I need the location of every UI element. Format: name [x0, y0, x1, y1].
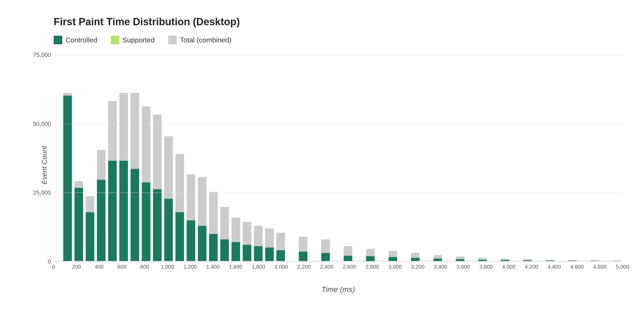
x-tick-label: 400 — [95, 264, 104, 270]
x-tick-label: 4,800 — [593, 264, 606, 270]
svg-rect-8 — [86, 212, 94, 261]
x-tick-label: 4,600 — [570, 264, 584, 270]
legend: Controlled Supported Total (combined) — [54, 36, 623, 44]
x-tick-label: 1,000 — [161, 264, 174, 270]
x-tick-label: 200 — [72, 264, 81, 270]
x-tick-label: 2,200 — [297, 264, 311, 270]
x-tick-label: 4,200 — [525, 264, 538, 270]
svg-rect-59 — [276, 250, 285, 261]
svg-rect-2 — [63, 96, 72, 261]
supported-label: Supported — [123, 36, 155, 44]
x-tick-label: 1,200 — [184, 264, 197, 270]
x-tick-label: 4,400 — [548, 264, 561, 270]
svg-rect-20 — [131, 169, 139, 261]
x-tick-label: 3,200 — [411, 264, 425, 270]
x-axis-label: Time (ms) — [321, 285, 355, 294]
x-tick-label: 3,000 — [388, 264, 402, 270]
chart-container: First Paint Time Distribution (Desktop) … — [0, 0, 644, 322]
x-tick-label: 3,400 — [434, 264, 447, 270]
svg-rect-38 — [198, 226, 206, 261]
total-swatch — [168, 36, 177, 44]
x-axis: 02004006008001,0001,2001,4001,6001,8002,… — [54, 262, 623, 275]
legend-item-supported: Supported — [111, 36, 155, 44]
controlled-label: Controlled — [65, 36, 97, 44]
x-tick-label: 1,400 — [206, 264, 220, 270]
svg-rect-83 — [456, 259, 464, 261]
x-tick-label: 2,600 — [343, 264, 356, 270]
svg-rect-80 — [433, 259, 442, 261]
svg-rect-29 — [164, 199, 173, 261]
svg-rect-74 — [389, 257, 397, 261]
x-tick-label: 3,800 — [479, 264, 493, 270]
svg-rect-17 — [119, 161, 128, 261]
controlled-swatch — [54, 36, 62, 44]
x-tick-label: 3,600 — [456, 264, 470, 270]
svg-rect-56 — [265, 247, 274, 261]
svg-rect-11 — [97, 180, 105, 261]
svg-rect-35 — [187, 220, 195, 261]
svg-rect-89 — [501, 260, 509, 261]
total-label: Total (combined) — [180, 36, 232, 44]
svg-rect-86 — [478, 260, 487, 261]
supported-swatch — [111, 36, 119, 44]
x-tick-label: 600 — [118, 264, 126, 270]
legend-item-total: Total (combined) — [168, 36, 232, 44]
chart-title: First Paint Time Distribution (Desktop) — [54, 16, 623, 28]
svg-rect-53 — [254, 246, 262, 261]
x-tick-label: 5,000 — [616, 264, 629, 270]
chart-inner: 025,00050,00075,000 02004006008001,0001,… — [54, 55, 623, 275]
y-axis-label: Event Count — [38, 55, 51, 275]
x-tick-label: 2,800 — [365, 264, 379, 270]
svg-rect-41 — [209, 234, 218, 261]
svg-rect-26 — [153, 189, 162, 261]
x-tick-label: 1,800 — [252, 264, 265, 270]
svg-rect-71 — [366, 256, 375, 261]
svg-rect-23 — [142, 182, 150, 261]
svg-rect-77 — [411, 258, 420, 261]
legend-item-controlled: Controlled — [54, 36, 97, 44]
bars-svg — [54, 55, 623, 262]
x-tick-label: 1,600 — [229, 264, 242, 270]
x-tick-label: 800 — [140, 264, 149, 270]
svg-rect-68 — [344, 256, 352, 261]
svg-rect-50 — [243, 245, 251, 261]
x-tick-label: 0 — [52, 264, 55, 270]
x-tick-label: 2,000 — [275, 264, 288, 270]
svg-rect-47 — [232, 242, 240, 261]
svg-rect-62 — [299, 252, 308, 261]
svg-rect-65 — [321, 253, 330, 261]
svg-rect-14 — [108, 161, 117, 261]
svg-rect-5 — [75, 188, 83, 261]
svg-rect-44 — [220, 239, 229, 261]
x-tick-label: 4,000 — [502, 264, 515, 270]
svg-rect-32 — [175, 212, 184, 261]
chart-area: Event Count 025,00050,00075,000 02004006… — [38, 55, 623, 275]
x-tick-label: 2,400 — [320, 264, 334, 270]
